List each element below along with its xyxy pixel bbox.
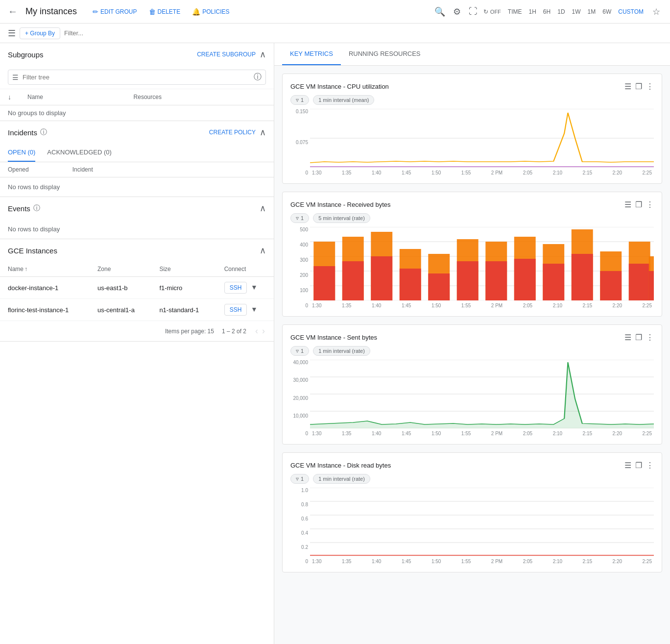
incidents-collapse-icon[interactable]: ∧ <box>260 127 266 138</box>
col-connect: Connect <box>216 262 274 277</box>
received-bytes-chart-card: GCE VM Instance - Received bytes ☰ ❐ ⋮ ▿… <box>282 192 662 317</box>
filter-input[interactable] <box>64 29 662 37</box>
incidents-tabs: OPEN (0) ACKNOWLEDGED (0) <box>0 144 274 162</box>
cpu-svg <box>310 109 654 168</box>
received-list-icon[interactable]: ☰ <box>624 200 631 209</box>
received-interval-chip[interactable]: 5 min interval (rate) <box>313 213 370 223</box>
back-button[interactable]: ← <box>8 6 18 17</box>
group-by-button[interactable]: + Group By <box>20 27 60 39</box>
svg-rect-10 <box>313 266 335 300</box>
received-expand-icon[interactable]: ❐ <box>635 200 642 209</box>
cpu-interval-chip[interactable]: 1 min interval (mean) <box>313 95 374 105</box>
instance-size-1: f1-micro <box>151 277 216 299</box>
interval-1w[interactable]: 1W <box>569 6 584 17</box>
sent-expand-icon[interactable]: ❐ <box>635 333 642 342</box>
gce-instances-header[interactable]: GCE Instances ∧ <box>0 239 274 262</box>
interval-1d[interactable]: 1D <box>554 6 568 17</box>
refresh-toggle[interactable]: ↻ OFF <box>483 8 501 15</box>
received-more-icon[interactable]: ⋮ <box>646 200 654 209</box>
subgroups-title: Subgroups <box>8 50 44 59</box>
interval-6w[interactable]: 6W <box>599 6 614 17</box>
instance-connect-2: SSH ▼ <box>216 299 274 321</box>
create-subgroup-link[interactable]: CREATE SUBGROUP <box>197 51 256 58</box>
cpu-filter-chip[interactable]: ▿ 1 <box>290 95 309 105</box>
gce-instances-table: Name ↑ Zone Size Connect docker-instance… <box>0 262 274 321</box>
cpu-chart-area: 0.150 0.075 0 <box>290 109 654 175</box>
cpu-more-icon[interactable]: ⋮ <box>646 82 654 91</box>
incidents-actions: CREATE POLICY ∧ <box>209 127 266 138</box>
prev-page-button[interactable]: ‹ <box>254 325 259 337</box>
subgroups-section: Subgroups CREATE SUBGROUP ∧ ☰ ⓘ ↓ <box>0 43 274 121</box>
ssh-dropdown-2[interactable]: ▼ <box>251 305 258 313</box>
fullscreen-icon[interactable]: ⛶ <box>467 4 479 19</box>
ssh-button-1[interactable]: SSH <box>224 282 247 294</box>
sort-arrow-icon[interactable]: ↓ <box>8 93 11 101</box>
policies-button[interactable]: 🔔 POLICIES <box>188 6 233 18</box>
interval-6h[interactable]: 6H <box>540 6 553 17</box>
delete-icon: 🗑 <box>149 8 156 16</box>
received-filter-chip[interactable]: ▿ 1 <box>290 213 309 223</box>
subgroups-header[interactable]: Subgroups CREATE SUBGROUP ∧ <box>0 43 274 66</box>
received-chart-inner: 1:301:351:401:451:501:552 PM2:052:102:15… <box>310 227 654 308</box>
subgroups-collapse-icon[interactable]: ∧ <box>260 49 266 60</box>
pagination-buttons: ‹ › <box>254 325 266 337</box>
gce-instances-section: GCE Instances ∧ Name ↑ Zone Size C <box>0 239 274 342</box>
disk-read-svg <box>310 488 654 556</box>
search-icon[interactable]: 🔍 <box>432 4 447 19</box>
gce-instances-collapse-icon[interactable]: ∧ <box>260 245 266 256</box>
sent-bytes-chart-card: GCE VM Instance - Sent bytes ☰ ❐ ⋮ ▿ 1 1… <box>282 324 662 445</box>
toolbar-right: 🔍 ⚙ ⛶ ↻ OFF TIME 1H 6H 1D 1W 1M 6W CUSTO… <box>432 4 662 19</box>
interval-1m[interactable]: 1M <box>585 6 599 17</box>
disk-read-list-icon[interactable]: ☰ <box>624 461 631 470</box>
cpu-chart-card: GCE VM Instance - CPU utilization ☰ ❐ ⋮ … <box>282 74 662 184</box>
cpu-y-axis: 0.150 0.075 0 <box>290 109 310 175</box>
events-section: Events ⓘ ∧ No rows to display <box>0 197 274 239</box>
filter-tree-input[interactable] <box>23 74 250 81</box>
svg-rect-28 <box>572 254 593 300</box>
incidents-section: Incidents ⓘ CREATE POLICY ∧ OPEN (0) ACK… <box>0 121 274 197</box>
sent-interval-chip[interactable]: 1 min interval (rate) <box>313 346 370 356</box>
events-help-icon[interactable]: ⓘ <box>33 204 40 213</box>
events-collapse-icon[interactable]: ∧ <box>260 203 266 214</box>
disk-read-more-icon[interactable]: ⋮ <box>646 461 654 470</box>
main-layout: Subgroups CREATE SUBGROUP ∧ ☰ ⓘ ↓ <box>0 43 670 644</box>
cpu-x-labels: 1:301:351:401:451:501:552 PM2:052:102:15… <box>310 170 654 175</box>
disk-read-expand-icon[interactable]: ❐ <box>635 461 642 470</box>
events-title: Events ⓘ <box>8 204 40 213</box>
tab-acknowledged[interactable]: ACKNOWLEDGED (0) <box>47 144 111 162</box>
tab-key-metrics[interactable]: KEY METRICS <box>282 43 341 65</box>
ssh-dropdown-1[interactable]: ▼ <box>251 283 258 291</box>
disk-read-chart-title: GCE VM Instance - Disk read bytes <box>290 462 391 469</box>
svg-rect-30 <box>600 271 622 300</box>
sent-more-icon[interactable]: ⋮ <box>646 333 654 342</box>
delete-button[interactable]: 🗑 DELETE <box>145 6 185 18</box>
disk-read-chip-icon: ▿ <box>296 475 299 482</box>
sent-chart-filters: ▿ 1 1 min interval (rate) <box>290 346 654 356</box>
create-policy-link[interactable]: CREATE POLICY <box>209 129 256 136</box>
next-page-button[interactable]: › <box>261 325 266 337</box>
interval-1h[interactable]: 1H <box>526 6 539 17</box>
filter-tree-help-icon[interactable]: ⓘ <box>254 72 262 82</box>
star-icon[interactable]: ☆ <box>650 4 662 19</box>
incidents-help-icon[interactable]: ⓘ <box>40 128 47 137</box>
settings-icon[interactable]: ⚙ <box>451 4 463 19</box>
subgroups-table: ↓ Name Resources No groups to display <box>0 89 274 121</box>
disk-read-filter-chip[interactable]: ▿ 1 <box>290 474 309 484</box>
menu-icon[interactable]: ☰ <box>8 28 16 39</box>
cpu-list-icon[interactable]: ☰ <box>624 82 631 91</box>
tab-open[interactable]: OPEN (0) <box>8 144 35 162</box>
incidents-incident-col: Incident <box>72 166 266 173</box>
incidents-title: Incidents ⓘ <box>8 128 47 137</box>
name-sort-icon[interactable]: ↑ <box>24 266 27 272</box>
ssh-button-2[interactable]: SSH <box>224 304 247 316</box>
disk-read-chart-area: 1.00.80.60.40.20 <box>290 488 654 564</box>
cpu-y-top: 0.150 <box>296 109 308 114</box>
cpu-expand-icon[interactable]: ❐ <box>635 82 642 91</box>
edit-group-button[interactable]: ✏ EDIT GROUP <box>89 6 141 18</box>
incidents-opened-col: Opened <box>8 166 72 173</box>
sent-list-icon[interactable]: ☰ <box>624 333 631 342</box>
disk-read-interval-chip[interactable]: 1 min interval (rate) <box>313 474 370 484</box>
interval-custom[interactable]: CUSTOM <box>615 6 646 17</box>
sent-filter-chip[interactable]: ▿ 1 <box>290 346 309 356</box>
tab-running-resources[interactable]: RUNNING RESOURCES <box>341 43 429 65</box>
